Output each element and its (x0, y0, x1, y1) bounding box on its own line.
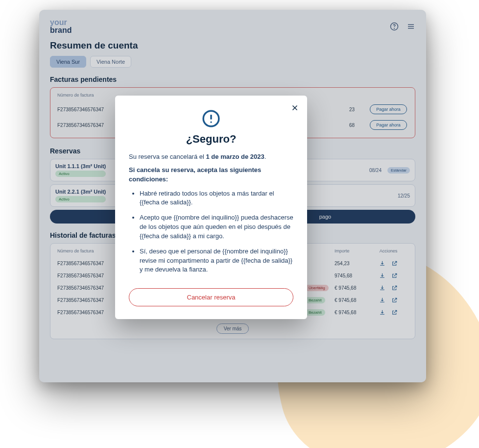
svg-point-11 (210, 122, 212, 123)
modal-bullet: Acepto que {{nombre del inquilino}} pued… (140, 213, 293, 241)
modal-title: ¿Seguro? (129, 133, 293, 146)
alert-icon (129, 109, 293, 128)
modal-subhead: Si cancela su reserva, acepta las siguie… (129, 166, 293, 184)
modal-intro: Su reserva se cancelará el 1 de marzo de… (129, 152, 293, 162)
close-icon[interactable] (290, 103, 299, 112)
cancel-modal: ¿Seguro? Su reserva se cancelará el 1 de… (115, 96, 307, 319)
modal-intro-suffix: . (264, 153, 266, 160)
cancel-reservation-button[interactable]: Cancelar reserva (129, 288, 293, 306)
modal-body: Su reserva se cancelará el 1 de marzo de… (129, 152, 293, 274)
modal-intro-prefix: Su reserva se cancelará el (129, 153, 206, 160)
modal-bullet: Sí, deseo que el personal de {{nombre de… (140, 247, 293, 275)
modal-bullet: Habré retirado todos los objetos a más t… (140, 189, 293, 208)
modal-intro-date: 1 de marzo de 2023 (206, 153, 264, 160)
